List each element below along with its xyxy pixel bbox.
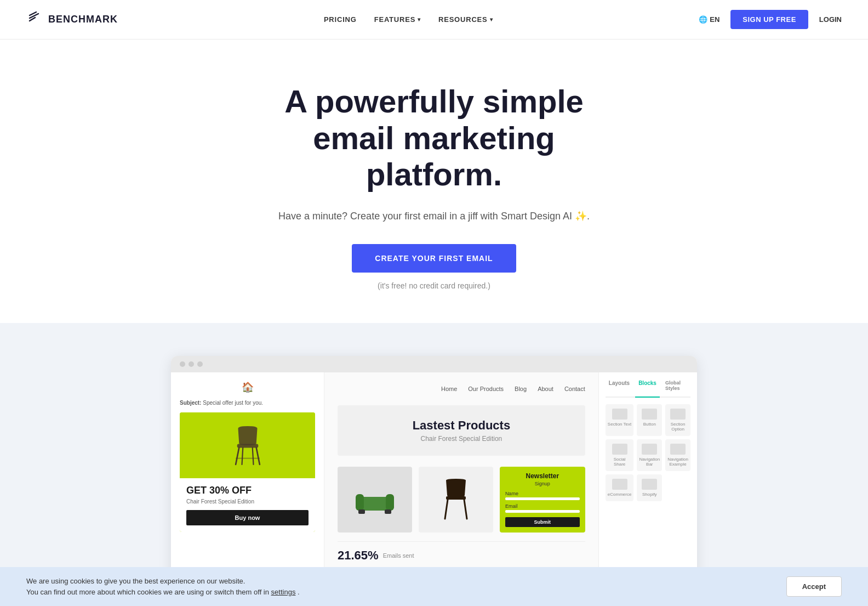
svg-line-5 xyxy=(256,448,259,465)
editor-hero-subtitle: Chair Forest Special Edition xyxy=(421,435,502,443)
logo-text: BENCHMARK xyxy=(48,14,118,25)
lang-label: EN xyxy=(710,15,719,24)
block-social-share[interactable]: Social Share xyxy=(606,439,634,471)
cookie-banner: We are using cookies to give you the bes… xyxy=(0,567,868,576)
logo[interactable]: BENCHMARK xyxy=(26,11,118,29)
browser-dot-3 xyxy=(197,361,203,367)
stat-value: 21.65% xyxy=(338,548,379,563)
block-navigation-example-icon xyxy=(670,444,686,455)
editor-nav-products: Our Products xyxy=(468,386,504,392)
editor-nav-blog: Blog xyxy=(515,386,527,392)
newsletter-submit[interactable]: Submit xyxy=(505,517,580,527)
blocks-grid: Section Text Button Section Option Socia… xyxy=(606,404,690,501)
svg-rect-14 xyxy=(446,496,466,500)
svg-rect-10 xyxy=(356,494,364,511)
login-link[interactable]: LOGIN xyxy=(819,15,842,24)
block-shopify-label: Shopify xyxy=(642,492,657,497)
block-shopify[interactable]: Shopify xyxy=(637,474,662,501)
preview-container: 🏠 Subject: Special offer just for you. xyxy=(171,356,697,576)
nav-resources[interactable]: RESOURCES ▾ xyxy=(438,15,493,24)
browser-bar xyxy=(171,356,697,372)
svg-line-4 xyxy=(236,448,239,465)
svg-line-6 xyxy=(242,448,243,465)
svg-rect-3 xyxy=(237,444,258,448)
block-ecommerce-label: eCommerce xyxy=(608,492,632,497)
nav-pricing[interactable]: PRICING xyxy=(324,15,357,24)
editor-hero-title: Lastest Products xyxy=(413,418,511,433)
block-ecommerce-icon xyxy=(612,479,627,490)
tab-global-styles[interactable]: Global Styles xyxy=(662,379,690,392)
email-preview-panel: 🏠 Subject: Special offer just for you. xyxy=(171,372,324,576)
blocks-panel: Layouts Blocks Global Styles Section Tex… xyxy=(598,372,697,576)
block-section-text[interactable]: Section Text xyxy=(606,404,634,436)
newsletter-email-label: Email xyxy=(505,503,580,509)
block-navigation-example[interactable]: Navigation Example xyxy=(665,439,690,471)
blocks-tabs: Layouts Blocks Global Styles xyxy=(606,379,690,398)
block-section-option[interactable]: Section Option xyxy=(665,404,690,436)
product-grid-item-2 xyxy=(419,467,493,533)
editor-nav-contact: Contact xyxy=(564,386,585,392)
product-card-body: GET 30% OFF Chair Forest Special Edition… xyxy=(180,478,315,532)
browser-dot-2 xyxy=(189,361,194,367)
svg-line-15 xyxy=(445,500,448,519)
navbar: BENCHMARK PRICING FEATURES ▾ RESOURCES ▾… xyxy=(0,0,868,39)
product-grid-item-1 xyxy=(338,467,412,533)
resources-chevron-icon: ▾ xyxy=(490,16,493,22)
email-subject: Subject: Special offer just for you. xyxy=(180,400,315,406)
svg-line-7 xyxy=(252,448,253,465)
hero-section: A powerfully simple email marketing plat… xyxy=(0,39,868,323)
svg-line-16 xyxy=(464,500,467,519)
newsletter-email-input xyxy=(505,510,580,513)
editor-panel: Home Our Products Blog About Contact Las… xyxy=(324,372,598,576)
chair-image xyxy=(229,423,267,467)
dark-chair-image xyxy=(439,478,472,522)
stat-label: Emails sent xyxy=(383,552,414,559)
logo-icon xyxy=(26,11,44,29)
hero-note: (it's free! no credit card required.) xyxy=(26,281,842,290)
hero-subtitle: Have a minute? Create your first email i… xyxy=(26,208,842,224)
tab-blocks[interactable]: Blocks xyxy=(635,379,660,398)
block-navigation-bar-icon xyxy=(642,444,657,455)
features-chevron-icon: ▾ xyxy=(418,16,421,22)
language-selector[interactable]: 🌐 EN xyxy=(699,15,719,24)
product-name: Chair Forest Special Edition xyxy=(186,499,309,505)
block-button-label: Button xyxy=(643,422,656,427)
product-card: GET 30% OFF Chair Forest Special Edition… xyxy=(180,412,315,532)
newsletter-title: Newsletter xyxy=(505,472,580,480)
block-navigation-bar[interactable]: Navigation Bar xyxy=(637,439,662,471)
hero-title: A powerfully simple email marketing plat… xyxy=(242,83,626,193)
newsletter-name-input xyxy=(505,497,580,500)
product-card-image xyxy=(180,412,315,478)
cta-button[interactable]: CREATE YOUR FIRST EMAIL xyxy=(352,244,516,273)
editor-navbar: Home Our Products Blog About Contact xyxy=(338,386,585,392)
browser-dot-1 xyxy=(180,361,185,367)
globe-icon: 🌐 xyxy=(699,15,707,24)
block-navigation-example-label: Navigation Example xyxy=(667,457,688,467)
editor-hero-area: Lastest Products Chair Forest Special Ed… xyxy=(338,405,585,456)
nav-features[interactable]: FEATURES ▾ xyxy=(374,15,421,24)
newsletter-signup: Signup xyxy=(505,481,580,486)
block-section-text-label: Section Text xyxy=(608,422,631,427)
editor-nav-home: Home xyxy=(441,386,457,392)
block-ecommerce[interactable]: eCommerce xyxy=(606,474,634,501)
stats-row: 21.65% Emails sent xyxy=(338,541,585,563)
editor-nav-about: About xyxy=(538,386,553,392)
newsletter-name-label: Name xyxy=(505,491,580,496)
newsletter-card: Newsletter Signup Name Email Submit xyxy=(500,467,585,533)
preview-body: 🏠 Subject: Special offer just for you. xyxy=(171,372,697,576)
nav-actions: 🌐 EN SIGN UP FREE LOGIN xyxy=(699,10,842,29)
block-social-share-label: Social Share xyxy=(608,457,632,467)
product-discount: GET 30% OFF xyxy=(186,485,309,496)
preview-section: 🏠 Subject: Special offer just for you. xyxy=(0,323,868,576)
buy-button[interactable]: Buy now xyxy=(186,510,309,525)
nav-links: PRICING FEATURES ▾ RESOURCES ▾ xyxy=(324,15,493,24)
block-section-text-icon xyxy=(612,409,627,420)
block-section-option-icon xyxy=(670,409,686,420)
products-grid: Newsletter Signup Name Email Submit xyxy=(338,467,585,533)
block-button[interactable]: Button xyxy=(637,404,662,436)
signup-button[interactable]: SIGN UP FREE xyxy=(730,10,808,29)
tab-layouts[interactable]: Layouts xyxy=(606,379,633,392)
svg-rect-11 xyxy=(386,494,394,511)
svg-rect-12 xyxy=(358,509,365,514)
block-shopify-icon xyxy=(642,479,657,490)
